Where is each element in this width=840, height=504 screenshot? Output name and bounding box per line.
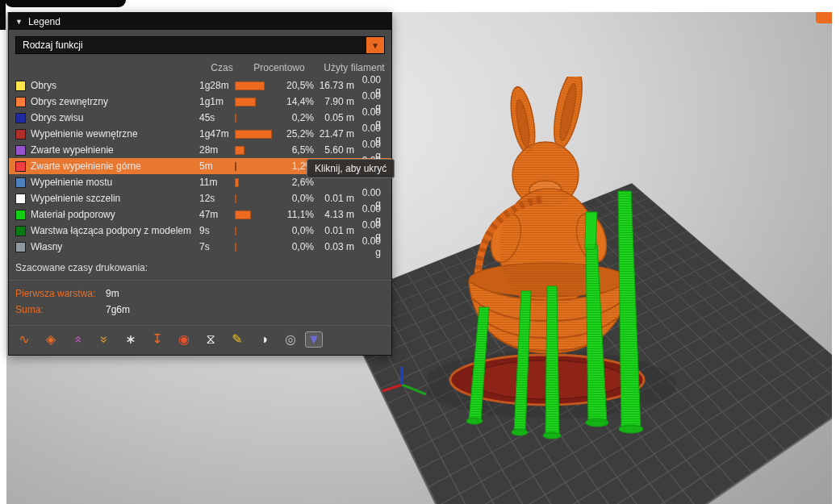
tool-marker-icon[interactable]: ▼ (305, 331, 323, 348)
feature-time: 47m (199, 209, 235, 220)
percent-bar-slot (235, 194, 274, 203)
percent-bar-slot (235, 178, 274, 187)
retractions-icon[interactable]: » (69, 331, 86, 348)
feature-color-swatch (15, 210, 26, 220)
feature-label: Wypełnienie mostu (26, 177, 199, 188)
feature-percent: 0,0% (274, 241, 314, 252)
percent-bar (235, 178, 239, 187)
col-time: Czas (204, 62, 240, 73)
collapse-icon[interactable]: ▼ (15, 18, 23, 26)
table-row[interactable]: Wypełnienie szczelin 12s 0,0% 0.01 m 0.0… (9, 190, 391, 206)
feature-color-swatch (15, 226, 26, 236)
feature-used-m: 16.73 m (314, 80, 354, 91)
deretractions-icon[interactable]: » (95, 331, 113, 348)
table-header: Czas Procentowo Użyty filament (9, 60, 391, 77)
feature-time: 9s (199, 225, 235, 236)
table-row[interactable]: Obrys 1g28m 20,5% 16.73 m 0.00 g (9, 77, 391, 94)
feature-time: 28m (199, 144, 235, 156)
feature-color-swatch (15, 113, 26, 123)
percent-bar-slot (235, 130, 274, 139)
legend-title: Legend (28, 16, 61, 27)
feature-label: Obrys zewnętrzny (26, 96, 199, 107)
shells-icon[interactable]: ◎ (282, 331, 299, 348)
color-changes-icon[interactable]: ◉ (175, 331, 193, 348)
feature-percent: 0,0% (274, 225, 314, 236)
wipe-icon[interactable]: ◈ (42, 331, 60, 348)
feature-label: Warstwa łącząca podpory z modelem (26, 225, 199, 236)
window-edge (0, 0, 6, 30)
feature-percent: 14,4% (274, 96, 314, 107)
collapsed-panel-button[interactable] (816, 12, 832, 23)
feature-percent: 11,1% (274, 209, 314, 220)
axes-gizmo (379, 359, 436, 415)
col-percent: Procentowo (240, 62, 319, 73)
feature-time: 1g1m (199, 96, 235, 107)
table-row[interactable]: Własny 7s 0,0% 0.03 m 0.00 g (9, 239, 391, 255)
feature-time: 1g28m (199, 80, 235, 91)
table-row[interactable]: Obrys zwisu 45s 0,2% 0.05 m 0.00 g (9, 110, 391, 126)
percent-bar-slot (235, 227, 274, 235)
table-row[interactable]: Materiał podporowy 47m 11,1% 4.13 m 0.00… (9, 206, 391, 223)
legend-panel: ▼ Legend Rodzaj funkcji ▼ Czas Procentow… (8, 12, 392, 356)
percent-bar (235, 114, 236, 123)
travels-icon[interactable]: ∿ (15, 331, 33, 348)
estimate-row: Suma: 7g6m (9, 302, 391, 318)
feature-used-m: 0.01 m (314, 193, 354, 204)
feature-used-m: 21.47 m (314, 128, 354, 140)
feature-percent: 25,2% (274, 128, 314, 140)
tool-changes-icon[interactable]: ↧ (148, 331, 166, 348)
feature-label: Obrys (26, 80, 199, 91)
pause-prints-icon[interactable]: ⧖ (202, 331, 219, 348)
tooltip: Kliknij, aby ukryć (307, 159, 395, 178)
feature-percent: 0,2% (274, 112, 314, 123)
feature-color-swatch (15, 129, 26, 140)
feature-label: Własny (26, 241, 199, 252)
feature-time: 11m (199, 177, 235, 188)
seams-icon[interactable]: ∗ (122, 331, 140, 348)
percent-bar (235, 146, 244, 155)
feature-color-swatch (15, 97, 26, 107)
feature-used-m: 5.60 m (314, 144, 354, 156)
feature-time: 12s (199, 193, 235, 204)
table-row[interactable]: Zwarte wypełnienie 28m 6,5% 5.60 m 0.00 … (9, 142, 391, 158)
feature-color-swatch (15, 177, 26, 188)
feature-label: Zwarte wypełnienie (26, 144, 199, 156)
feature-used-m: 0.01 m (314, 225, 354, 236)
chevron-down-icon[interactable]: ▼ (366, 37, 384, 53)
percent-bar (235, 210, 251, 219)
feature-used-m: 4.13 m (314, 209, 354, 220)
feature-used-m: 0.05 m (314, 112, 354, 123)
feature-label: Obrys zwisu (26, 112, 199, 123)
table-row[interactable]: Obrys zewnętrzny 1g1m 14,4% 7.90 m 0.00 … (9, 94, 391, 110)
percent-bar (235, 194, 236, 203)
percent-bar (235, 81, 265, 90)
feature-label: Wypełnienie wewnętrzne (26, 128, 199, 140)
feature-color-swatch (15, 242, 26, 252)
feature-used-g: 0.00 g (354, 235, 385, 258)
table-row[interactable]: Warstwa łącząca podpory z modelem 9s 0,0… (9, 223, 391, 239)
custom-gcodes-icon[interactable]: ✎ (228, 331, 246, 348)
percent-bar-slot (235, 210, 274, 219)
percent-bar (235, 162, 236, 171)
header-spacer (9, 62, 204, 73)
feature-color-swatch (15, 145, 26, 156)
percent-bar (235, 227, 236, 235)
feature-time: 45s (199, 112, 235, 123)
col-filament: Użyty filament (319, 62, 390, 73)
table-row[interactable]: Wypełnienie wewnętrzne 1g47m 25,2% 21.47… (9, 126, 391, 142)
feature-percent: 2,6% (274, 177, 314, 188)
total-time-label: Suma: (15, 304, 106, 315)
collapsed-toolbar[interactable] (5, 0, 126, 7)
feature-label: Materiał podporowy (26, 209, 199, 220)
legend-header[interactable]: ▼ Legend (9, 13, 391, 30)
percent-bar-slot (235, 162, 274, 171)
percent-bar-slot (235, 146, 274, 155)
percent-bar-slot (235, 98, 274, 106)
feature-color-swatch (15, 161, 26, 172)
view-type-dropdown[interactable]: Rodzaj funkcji ▼ (15, 36, 385, 54)
percent-bar (235, 98, 256, 106)
center-of-gravity-icon[interactable]: ◑ (255, 331, 273, 348)
estimate-row: Pierwsza warstwa: 9m (9, 285, 391, 302)
legend-toolbar: ∿ ◈ » » ∗ ↧ ◉ ⧖ ✎ ◑ ◎ ▼ (9, 325, 391, 355)
sliced-model (428, 77, 686, 464)
